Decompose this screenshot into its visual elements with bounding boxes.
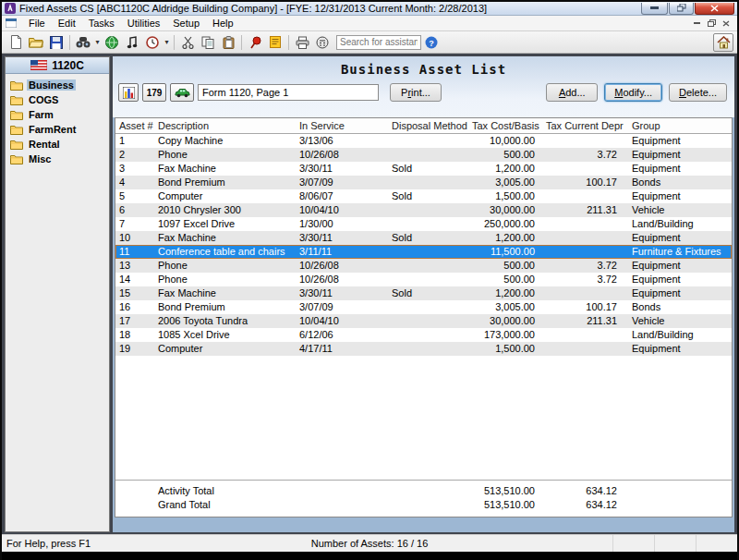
column-header-asset[interactable]: Asset # — [115, 118, 154, 133]
table-row[interactable]: 7 1097 Excel Drive 1/30/00 250,000.00 La… — [115, 217, 732, 231]
calculator-button[interactable] — [312, 33, 333, 52]
add-button[interactable]: Add... — [546, 83, 598, 102]
search-input[interactable] — [336, 35, 421, 50]
asset-table: Asset # Description In Service Disposal … — [115, 117, 733, 517]
sidebar-item-cogs[interactable]: COGS — [7, 92, 107, 107]
control-row: 179 Form 1120, Page 1 Print... Add... Mo… — [113, 83, 734, 102]
status-bar: Number of Assets: 16 / 16 For Help, pres… — [2, 534, 737, 552]
bottom-band — [113, 517, 734, 532]
folder-icon — [10, 80, 23, 91]
folder-icon — [10, 95, 23, 105]
column-header-in-service[interactable]: In Service — [296, 118, 388, 133]
child-restore-button[interactable] — [704, 18, 719, 30]
table-row[interactable]: 2 Phone 10/26/08 500.00 3.72 Equipment — [115, 148, 732, 162]
folder-icon — [10, 125, 23, 135]
menu-utilities[interactable]: Utilities — [121, 18, 166, 29]
sidebar-item-rental[interactable]: Rental — [7, 137, 107, 152]
table-row[interactable]: 18 1085 Xcel Drive 6/12/06 173,000.00 La… — [115, 328, 732, 342]
column-header-description[interactable]: Description — [154, 118, 296, 133]
svg-text:?: ? — [429, 38, 434, 47]
save-button[interactable] — [46, 33, 67, 52]
new-button[interactable] — [6, 33, 26, 52]
modify-button[interactable]: Modify... — [604, 83, 662, 102]
print-button[interactable]: Print... — [390, 83, 442, 102]
total-row: Grand Total 513,510.00 634.12 — [115, 498, 732, 512]
clock-button[interactable] — [142, 33, 163, 52]
media-button[interactable] — [122, 33, 142, 52]
toolbar: ▾ ▾ ? — [2, 31, 737, 54]
column-header-cost[interactable]: Tax Cost/Basis — [468, 118, 542, 133]
find-button[interactable] — [73, 33, 93, 52]
menu-file[interactable]: File — [22, 18, 52, 29]
sidebar-item-business[interactable]: Business — [7, 78, 107, 92]
column-header-disposal[interactable]: Disposal Method — [388, 118, 468, 133]
chart-button[interactable] — [118, 83, 139, 102]
print-toolbar-button[interactable] — [292, 33, 312, 52]
menu-tasks[interactable]: Tasks — [82, 18, 121, 29]
red-pushpin-icon — [249, 36, 261, 49]
table-row[interactable]: 13 Phone 10/26/08 500.00 3.72 Equipment — [115, 259, 732, 273]
yellow-note-icon — [270, 36, 281, 48]
sidebar-item-farm[interactable]: Farm — [7, 107, 107, 122]
find-binoculars-icon — [76, 36, 91, 48]
car-icon — [175, 88, 190, 98]
restore-button[interactable] — [669, 3, 694, 15]
child-minimize-button[interactable] — [689, 18, 704, 30]
minimize-button[interactable] — [641, 3, 668, 15]
bar-chart-icon — [123, 87, 135, 99]
table-row[interactable]: 6 2010 Chrysler 300 10/04/10 30,000.00 2… — [115, 203, 732, 217]
clock-icon — [146, 36, 159, 49]
content-area: 1120C Business COGS Farm FarmRent Rental… — [2, 54, 737, 534]
sidebar-item-misc[interactable]: Misc — [7, 152, 107, 166]
paste-icon — [223, 36, 235, 49]
column-header-depr[interactable]: Tax Current Depr — [542, 118, 628, 133]
totals-section: Activity Total 513,510.00 634.12 Grand T… — [115, 480, 732, 517]
table-row[interactable]: 17 2006 Toyota Tundra 10/04/10 30,000.00… — [115, 314, 732, 328]
table-row[interactable]: 14 Phone 10/26/08 500.00 3.72 Equipment — [115, 273, 732, 286]
help-icon: ? — [425, 36, 438, 49]
main-header: Business Asset List 179 Form 1120, Page … — [113, 56, 734, 117]
clock-dropdown-arrow[interactable]: ▾ — [163, 38, 171, 46]
mdi-child-icon — [6, 18, 17, 28]
column-header-group[interactable]: Group — [628, 118, 732, 133]
form-selector[interactable]: Form 1120, Page 1 — [198, 84, 379, 101]
table-row[interactable]: 3 Fax Machine 3/30/11 Sold 1,200.00 Equi… — [115, 162, 732, 176]
save-icon — [50, 36, 63, 49]
asset-tag-button[interactable] — [245, 33, 265, 52]
web-button[interactable] — [102, 33, 122, 52]
table-row[interactable]: 1 Copy Machine 3/13/06 10,000.00 Equipme… — [115, 134, 732, 148]
cut-icon — [182, 36, 194, 49]
find-dropdown-arrow[interactable]: ▾ — [93, 38, 102, 46]
asset-table-body: 1 Copy Machine 3/13/06 10,000.00 Equipme… — [115, 134, 732, 356]
paste-button[interactable] — [218, 33, 238, 52]
table-row[interactable]: 16 Bond Premium 3/07/09 3,005.00 100.17 … — [115, 300, 732, 314]
folder-icon — [10, 110, 23, 120]
child-close-button[interactable] — [719, 18, 733, 30]
table-row[interactable]: 4 Bond Premium 3/07/09 3,005.00 100.17 B… — [115, 176, 732, 189]
table-empty-area — [115, 356, 732, 480]
delete-button[interactable]: Delete... — [669, 83, 727, 102]
page-title: Business Asset List — [113, 62, 734, 77]
table-row[interactable]: 19 Computer 4/17/11 1,500.00 Equipment — [115, 342, 732, 356]
help-button[interactable]: ? — [421, 33, 442, 52]
table-row[interactable]: 5 Computer 8/06/07 Sold 1,500.00 Equipme… — [115, 189, 732, 203]
sidebar-item-farmrent[interactable]: FarmRent — [7, 122, 107, 137]
copy-button[interactable] — [198, 33, 218, 52]
menu-setup[interactable]: Setup — [166, 18, 206, 29]
close-button[interactable] — [695, 3, 734, 15]
home-button[interactable] — [713, 33, 733, 52]
table-row[interactable]: 10 Fax Machine 3/30/11 Sold 1,200.00 Equ… — [115, 231, 732, 245]
cut-button[interactable] — [177, 33, 198, 52]
notes-button[interactable] — [265, 33, 285, 52]
menu-help[interactable]: Help — [206, 18, 240, 29]
web-globe-icon — [105, 36, 118, 49]
vehicle-button[interactable] — [170, 83, 194, 102]
table-row[interactable]: 11 Conference table and chairs 3/11/11 1… — [115, 245, 732, 259]
open-button[interactable] — [26, 33, 46, 52]
calculator-icon — [316, 36, 329, 49]
title-bar: Fixed Assets CS [ABC1120C Aldridge Build… — [2, 2, 737, 16]
music-note-icon — [127, 36, 138, 49]
menu-edit[interactable]: Edit — [52, 18, 82, 29]
section-179-button[interactable]: 179 — [142, 83, 166, 102]
table-row[interactable]: 15 Fax Machine 3/30/11 Sold 1,200.00 Equ… — [115, 286, 732, 300]
